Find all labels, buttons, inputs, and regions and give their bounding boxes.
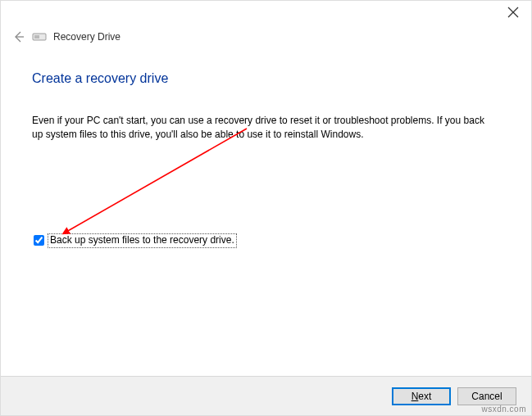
close-icon xyxy=(507,6,520,19)
drive-icon xyxy=(32,31,47,43)
content-area: Create a recovery drive Even if your PC … xyxy=(32,71,500,241)
page-description: Even if your PC can't start, you can use… xyxy=(32,114,491,142)
page-title: Create a recovery drive xyxy=(32,71,500,86)
svg-rect-4 xyxy=(34,35,39,38)
next-button[interactable]: Next xyxy=(392,387,451,405)
next-rest: ext xyxy=(418,391,431,402)
backup-checkbox[interactable] xyxy=(34,235,44,246)
cancel-button[interactable]: Cancel xyxy=(457,387,516,405)
back-button[interactable] xyxy=(12,30,25,43)
backup-checkbox-label: Back up system files to the recovery dri… xyxy=(48,233,237,248)
footer-bar: Next Cancel xyxy=(1,376,531,415)
back-arrow-icon xyxy=(12,30,25,43)
window-title: Recovery Drive xyxy=(53,31,120,43)
header-bar: Recovery Drive xyxy=(12,30,120,43)
wizard-window: Recovery Drive Create a recovery drive E… xyxy=(0,0,532,416)
close-button[interactable] xyxy=(507,6,520,19)
watermark-text: wsxdn.com xyxy=(481,405,526,414)
backup-checkbox-row[interactable]: Back up system files to the recovery dri… xyxy=(34,233,237,248)
